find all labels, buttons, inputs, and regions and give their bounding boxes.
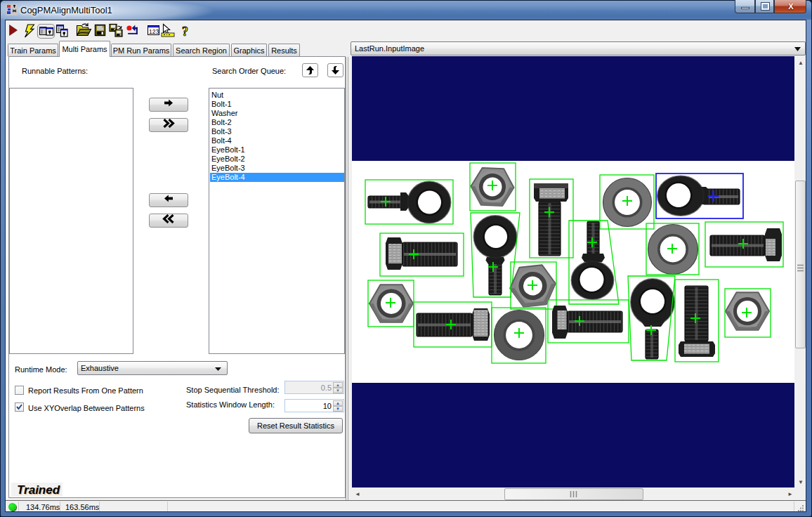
svg-text:?: ? [182, 25, 188, 39]
svg-text:123: 123 [149, 28, 159, 35]
